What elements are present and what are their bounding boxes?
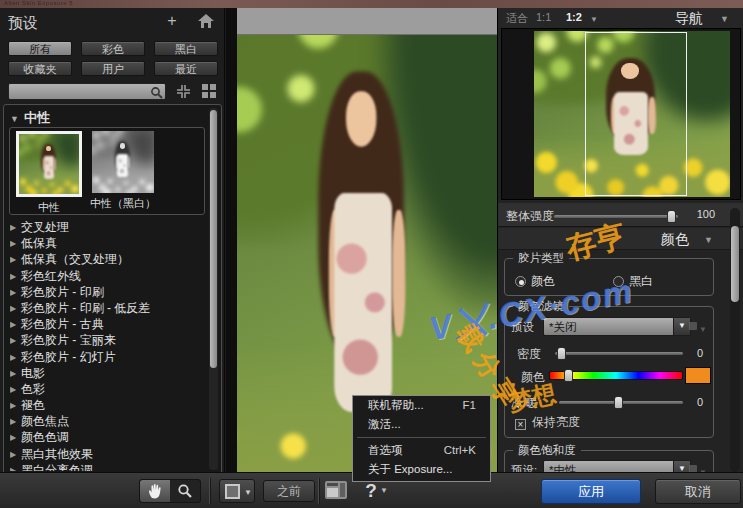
category-film-print-lowcontrast[interactable]: ▶彩色胶片 - 印刷 - 低反差 <box>10 300 208 316</box>
filter-color-button[interactable]: 彩色 <box>81 41 145 56</box>
category-bw-splittone[interactable]: ▶黑白分离色调 <box>10 462 208 471</box>
navigator-collapse-icon[interactable]: ▼ <box>720 14 729 24</box>
search-row <box>8 83 218 101</box>
category-fade[interactable]: ▶褪色 <box>10 397 208 413</box>
scrollbar-thumb[interactable] <box>210 110 217 368</box>
scrollbar-thumb[interactable] <box>731 226 739 302</box>
category-film-polaroid[interactable]: ▶彩色胶片 - 宝丽来 <box>10 332 208 348</box>
density-label: 密度 <box>517 346 541 363</box>
warm-cool-row: 冷/暖 0 <box>505 393 713 411</box>
hand-tool-button[interactable] <box>140 480 170 502</box>
cancel-button[interactable]: 取消 <box>655 479 741 504</box>
color-panel-collapse-icon[interactable]: ▼ <box>704 235 713 245</box>
filter-bw-button[interactable]: 黑白 <box>154 41 218 56</box>
color-panel-title: 颜色 <box>661 231 689 249</box>
preserve-brightness-row[interactable]: ×保持亮度 <box>515 414 580 431</box>
window-title: Alien Skin Exposure 5 <box>4 0 73 6</box>
expand-arrow-icon: ▶ <box>10 353 21 362</box>
zoom-1-1-button[interactable]: 1:1 <box>536 11 551 23</box>
menu-item-online-help[interactable]: 联机帮助...F1 <box>353 396 490 415</box>
navigator-view-rectangle[interactable] <box>585 32 687 196</box>
density-slider[interactable] <box>555 352 683 355</box>
category-color-infrared[interactable]: ▶彩色红外线 <box>10 268 208 284</box>
category-film-print[interactable]: ▶彩色胶片 - 印刷 <box>10 284 208 300</box>
category-label: 彩色胶片 - 印刷 - 低反差 <box>21 301 150 315</box>
window-titlebar: Alien Skin Exposure 5 <box>0 0 743 8</box>
preset-list-scrollbar[interactable] <box>209 108 218 470</box>
thumbnail-view-icon[interactable] <box>202 84 218 100</box>
home-icon[interactable] <box>198 14 214 28</box>
panels-icon <box>325 481 347 499</box>
filter-preset-menu-icon[interactable]: ▼ <box>689 321 707 334</box>
slider-thumb[interactable] <box>667 210 676 223</box>
expand-arrow-icon: ▶ <box>10 223 21 232</box>
apply-button[interactable]: 应用 <box>541 479 641 504</box>
category-film-classic[interactable]: ▶彩色胶片 - 古典 <box>10 316 208 332</box>
radio-icon <box>515 276 526 287</box>
category-cinema[interactable]: ▶电影 <box>10 365 208 381</box>
zoom-1-2-button[interactable]: 1:2 <box>566 11 582 23</box>
slider-thumb[interactable] <box>557 347 566 360</box>
category-cross-process[interactable]: ▶交叉处理 <box>10 219 208 235</box>
search-box[interactable] <box>8 83 166 100</box>
preset-thumb-neutral[interactable]: 中性 <box>16 131 82 215</box>
expand-arrow-icon: ▶ <box>10 288 21 297</box>
filter-recent-button[interactable]: 最近 <box>154 61 218 76</box>
toolbar-divider <box>318 478 319 504</box>
menu-item-about[interactable]: 关于 Exposure... <box>353 460 490 479</box>
color-swatch[interactable] <box>685 367 711 384</box>
menu-item-preferences[interactable]: 首选项Ctrl+K <box>353 441 490 460</box>
zoom-fit-button[interactable]: 适合 <box>506 11 528 26</box>
dropdown-arrow-icon[interactable]: ▼ <box>673 318 690 335</box>
help-dropdown-icon: ▼ <box>380 479 388 503</box>
collapse-all-icon[interactable] <box>176 84 192 100</box>
checkbox-checked-icon[interactable]: × <box>515 419 526 430</box>
filter-favorites-button[interactable]: 收藏夹 <box>8 61 72 76</box>
split-view-button[interactable]: ▼ <box>219 479 255 503</box>
section-neutral[interactable]: ▼中性 <box>10 109 50 127</box>
category-color-focus[interactable]: ▶颜色焦点 <box>10 413 208 429</box>
overall-strength-slider[interactable] <box>554 215 678 218</box>
filter-user-button[interactable]: 用户 <box>81 61 145 76</box>
expand-arrow-icon: ▶ <box>10 401 21 410</box>
color-panel-header[interactable]: 颜色 ▼ <box>498 228 743 250</box>
menu-item-label: 首选项 <box>368 444 403 456</box>
radio-bw[interactable]: 黑白 <box>613 273 653 290</box>
zoom-tool-button[interactable] <box>170 480 200 502</box>
split-dropdown-icon[interactable]: ▼ <box>244 488 252 497</box>
menu-item-activate[interactable]: 激活... <box>353 415 490 434</box>
before-button[interactable]: 之前 <box>263 480 315 502</box>
add-preset-button[interactable]: + <box>163 12 181 30</box>
section-collapse-icon: ▼ <box>10 114 19 124</box>
filter-preset-dropdown[interactable]: *关闭 ▼ <box>543 317 691 336</box>
category-label: 色彩 <box>21 382 45 396</box>
adjustments-scrollbar[interactable] <box>730 208 740 472</box>
category-lofi[interactable]: ▶低保真 <box>10 235 208 251</box>
category-label: 彩色胶片 - 幻灯片 <box>21 350 116 364</box>
navigator-thumbnail[interactable] <box>534 31 730 197</box>
density-value: 0 <box>697 347 703 359</box>
slider-thumb[interactable] <box>614 396 623 409</box>
photo-subject-arm <box>392 210 406 337</box>
toolbar-divider <box>209 478 210 504</box>
category-film-slide[interactable]: ▶彩色胶片 - 幻灯片 <box>10 349 208 365</box>
search-input[interactable] <box>12 85 142 98</box>
help-button[interactable]: ?▼ <box>358 479 384 504</box>
radio-color[interactable]: 颜色 <box>515 273 555 290</box>
category-color-tone[interactable]: ▶颜色色调 <box>10 429 208 445</box>
category-bw-other[interactable]: ▶黑白其他效果 <box>10 446 208 462</box>
navigator-header: 适合 1:1 1:2 ▼ 导航 ▼ <box>498 8 743 28</box>
warm-cool-label: 冷/暖 <box>511 395 538 412</box>
zoom-dropdown-icon[interactable]: ▼ <box>590 15 598 24</box>
warm-cool-slider[interactable] <box>559 401 683 404</box>
category-lofi-cross[interactable]: ▶低保真（交叉处理） <box>10 251 208 267</box>
category-color[interactable]: ▶色彩 <box>10 381 208 397</box>
hue-slider[interactable] <box>549 371 683 380</box>
slider-thumb[interactable] <box>564 369 573 382</box>
panels-toggle-button[interactable] <box>325 481 349 501</box>
menu-separator <box>357 437 486 438</box>
filter-all-button[interactable]: 所有 <box>8 41 72 56</box>
expand-arrow-icon: ▶ <box>10 385 21 394</box>
menu-item-label: 激活... <box>368 418 401 430</box>
preset-thumb-neutral-bw[interactable]: 中性（黑白） <box>90 131 156 211</box>
